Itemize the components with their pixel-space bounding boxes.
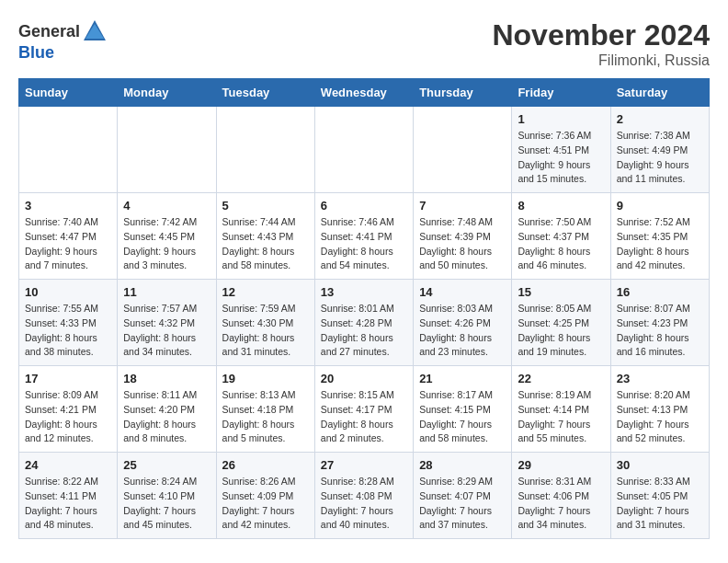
calendar-cell: 9Sunrise: 7:52 AM Sunset: 4:35 PM Daylig… <box>610 193 709 280</box>
day-info: Sunrise: 7:48 AM Sunset: 4:39 PM Dayligh… <box>419 215 506 273</box>
day-info: Sunrise: 8:13 AM Sunset: 4:18 PM Dayligh… <box>222 388 309 446</box>
day-info: Sunrise: 8:22 AM Sunset: 4:11 PM Dayligh… <box>25 475 111 533</box>
calendar-cell: 10Sunrise: 7:55 AM Sunset: 4:33 PM Dayli… <box>19 280 118 366</box>
day-info: Sunrise: 8:17 AM Sunset: 4:15 PM Dayligh… <box>419 388 506 446</box>
day-info: Sunrise: 7:50 AM Sunset: 4:37 PM Dayligh… <box>518 215 604 273</box>
day-number: 2 <box>617 112 703 126</box>
calendar-cell: 16Sunrise: 8:07 AM Sunset: 4:23 PM Dayli… <box>610 280 709 366</box>
day-number: 27 <box>321 458 407 472</box>
day-info: Sunrise: 8:31 AM Sunset: 4:06 PM Dayligh… <box>518 475 604 533</box>
svg-marker-1 <box>85 24 104 39</box>
day-number: 17 <box>25 372 111 385</box>
calendar-cell: 21Sunrise: 8:17 AM Sunset: 4:15 PM Dayli… <box>414 366 512 453</box>
calendar-week-row: 24Sunrise: 8:22 AM Sunset: 4:11 PM Dayli… <box>19 453 710 539</box>
calendar-cell: 4Sunrise: 7:42 AM Sunset: 4:45 PM Daylig… <box>118 193 216 280</box>
calendar-cell: 26Sunrise: 8:26 AM Sunset: 4:09 PM Dayli… <box>216 453 314 539</box>
calendar-cell: 2Sunrise: 7:38 AM Sunset: 4:49 PM Daylig… <box>610 107 709 193</box>
day-info: Sunrise: 7:59 AM Sunset: 4:30 PM Dayligh… <box>222 302 309 360</box>
calendar-cell <box>314 107 413 193</box>
day-number: 3 <box>25 199 111 213</box>
day-number: 30 <box>617 458 703 472</box>
day-number: 22 <box>518 372 604 385</box>
day-info: Sunrise: 8:07 AM Sunset: 4:23 PM Dayligh… <box>617 302 703 360</box>
calendar-week-row: 1Sunrise: 7:36 AM Sunset: 4:51 PM Daylig… <box>19 107 710 193</box>
calendar-week-row: 17Sunrise: 8:09 AM Sunset: 4:21 PM Dayli… <box>19 366 710 453</box>
day-info: Sunrise: 8:19 AM Sunset: 4:14 PM Dayligh… <box>518 388 604 446</box>
day-info: Sunrise: 8:05 AM Sunset: 4:25 PM Dayligh… <box>518 302 604 360</box>
logo: General Blue <box>18 18 108 61</box>
title-block: November 2024 Filimonki, Russia <box>492 18 710 69</box>
day-number: 12 <box>222 285 309 299</box>
calendar-cell: 18Sunrise: 8:11 AM Sunset: 4:20 PM Dayli… <box>118 366 216 453</box>
calendar-cell <box>414 107 512 193</box>
calendar-cell <box>19 107 118 193</box>
day-number: 10 <box>25 285 111 299</box>
day-info: Sunrise: 7:44 AM Sunset: 4:43 PM Dayligh… <box>222 215 309 273</box>
calendar-cell: 28Sunrise: 8:29 AM Sunset: 4:07 PM Dayli… <box>414 453 512 539</box>
day-info: Sunrise: 8:15 AM Sunset: 4:17 PM Dayligh… <box>321 388 407 446</box>
day-number: 28 <box>419 458 506 472</box>
calendar-cell: 22Sunrise: 8:19 AM Sunset: 4:14 PM Dayli… <box>512 366 610 453</box>
header-saturday: Saturday <box>610 79 709 107</box>
location-subtitle: Filimonki, Russia <box>492 52 710 69</box>
calendar-header-row: SundayMondayTuesdayWednesdayThursdayFrid… <box>19 79 710 107</box>
day-number: 13 <box>321 285 407 299</box>
calendar-cell: 17Sunrise: 8:09 AM Sunset: 4:21 PM Dayli… <box>19 366 118 453</box>
day-number: 6 <box>321 199 407 213</box>
header-thursday: Thursday <box>414 79 512 107</box>
calendar-cell: 23Sunrise: 8:20 AM Sunset: 4:13 PM Dayli… <box>610 366 709 453</box>
calendar-table: SundayMondayTuesdayWednesdayThursdayFrid… <box>18 78 710 539</box>
day-number: 7 <box>419 199 506 213</box>
day-info: Sunrise: 8:33 AM Sunset: 4:05 PM Dayligh… <box>617 475 703 533</box>
calendar-cell: 6Sunrise: 7:46 AM Sunset: 4:41 PM Daylig… <box>314 193 413 280</box>
day-number: 23 <box>617 372 703 385</box>
calendar-cell: 7Sunrise: 7:48 AM Sunset: 4:39 PM Daylig… <box>414 193 512 280</box>
day-info: Sunrise: 7:38 AM Sunset: 4:49 PM Dayligh… <box>617 129 703 187</box>
calendar-cell: 14Sunrise: 8:03 AM Sunset: 4:26 PM Dayli… <box>414 280 512 366</box>
day-info: Sunrise: 8:01 AM Sunset: 4:28 PM Dayligh… <box>321 302 407 360</box>
day-number: 1 <box>518 112 604 126</box>
day-number: 8 <box>518 199 604 213</box>
calendar-cell: 24Sunrise: 8:22 AM Sunset: 4:11 PM Dayli… <box>19 453 118 539</box>
calendar-cell: 15Sunrise: 8:05 AM Sunset: 4:25 PM Dayli… <box>512 280 610 366</box>
header-sunday: Sunday <box>19 79 118 107</box>
day-number: 11 <box>123 285 210 299</box>
calendar-cell: 25Sunrise: 8:24 AM Sunset: 4:10 PM Dayli… <box>118 453 216 539</box>
day-number: 26 <box>222 458 309 472</box>
calendar-cell: 12Sunrise: 7:59 AM Sunset: 4:30 PM Dayli… <box>216 280 314 366</box>
day-number: 20 <box>321 372 407 385</box>
page-header: General Blue November 2024 Filimonki, Ru… <box>18 18 710 69</box>
day-info: Sunrise: 8:29 AM Sunset: 4:07 PM Dayligh… <box>419 475 506 533</box>
calendar-cell: 19Sunrise: 8:13 AM Sunset: 4:18 PM Dayli… <box>216 366 314 453</box>
header-tuesday: Tuesday <box>216 79 314 107</box>
calendar-cell: 13Sunrise: 8:01 AM Sunset: 4:28 PM Dayli… <box>314 280 413 366</box>
calendar-cell: 20Sunrise: 8:15 AM Sunset: 4:17 PM Dayli… <box>314 366 413 453</box>
day-info: Sunrise: 7:42 AM Sunset: 4:45 PM Dayligh… <box>123 215 210 273</box>
calendar-cell: 5Sunrise: 7:44 AM Sunset: 4:43 PM Daylig… <box>216 193 314 280</box>
day-number: 16 <box>617 285 703 299</box>
calendar-cell: 29Sunrise: 8:31 AM Sunset: 4:06 PM Dayli… <box>512 453 610 539</box>
day-number: 29 <box>518 458 604 472</box>
day-number: 24 <box>25 458 111 472</box>
day-info: Sunrise: 7:52 AM Sunset: 4:35 PM Dayligh… <box>617 215 703 273</box>
calendar-cell: 1Sunrise: 7:36 AM Sunset: 4:51 PM Daylig… <box>512 107 610 193</box>
day-number: 5 <box>222 199 309 213</box>
day-number: 15 <box>518 285 604 299</box>
day-number: 14 <box>419 285 506 299</box>
calendar-cell <box>118 107 216 193</box>
day-info: Sunrise: 8:20 AM Sunset: 4:13 PM Dayligh… <box>617 388 703 446</box>
day-number: 18 <box>123 372 210 385</box>
calendar-week-row: 10Sunrise: 7:55 AM Sunset: 4:33 PM Dayli… <box>19 280 710 366</box>
day-info: Sunrise: 7:36 AM Sunset: 4:51 PM Dayligh… <box>518 129 604 187</box>
day-info: Sunrise: 7:46 AM Sunset: 4:41 PM Dayligh… <box>321 215 407 273</box>
day-info: Sunrise: 8:24 AM Sunset: 4:10 PM Dayligh… <box>123 475 210 533</box>
day-info: Sunrise: 7:57 AM Sunset: 4:32 PM Dayligh… <box>123 302 210 360</box>
calendar-cell: 8Sunrise: 7:50 AM Sunset: 4:37 PM Daylig… <box>512 193 610 280</box>
day-info: Sunrise: 8:28 AM Sunset: 4:08 PM Dayligh… <box>321 475 407 533</box>
calendar-cell: 11Sunrise: 7:57 AM Sunset: 4:32 PM Dayli… <box>118 280 216 366</box>
logo-blue: Blue <box>18 44 108 61</box>
day-info: Sunrise: 8:03 AM Sunset: 4:26 PM Dayligh… <box>419 302 506 360</box>
day-info: Sunrise: 7:55 AM Sunset: 4:33 PM Dayligh… <box>25 302 111 360</box>
header-friday: Friday <box>512 79 610 107</box>
calendar-cell: 3Sunrise: 7:40 AM Sunset: 4:47 PM Daylig… <box>19 193 118 280</box>
